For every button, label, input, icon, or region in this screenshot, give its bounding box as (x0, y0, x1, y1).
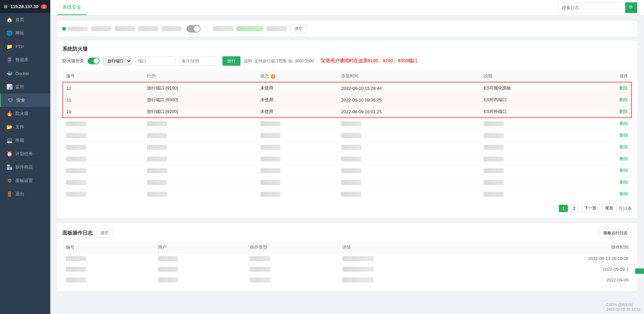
tab-system-security[interactable]: 系统安全 (57, 0, 87, 15)
delete-button[interactable]: 删除 (620, 144, 628, 150)
cell-time: 2022-08-10 15:28:44 (338, 82, 480, 94)
remark-input[interactable] (179, 56, 219, 66)
sidebar-item-ftp[interactable]: 📁 FTP (0, 40, 50, 53)
log-cell-time: 2022-09-13 09:10:08 (470, 253, 632, 264)
delete-button[interactable]: 删除 (619, 85, 628, 91)
firewall-controls: 防火墙开关 放行端口 放行IP 放行 说明: 支持放行端口范围, 如: 3000… (62, 56, 632, 66)
filter-text-6 (213, 26, 233, 31)
log-col-detail: 详情 (339, 242, 470, 253)
info-icon: ? (271, 74, 275, 79)
toggle-label: 防火墙开关 (62, 58, 84, 64)
col-action: 行为 (144, 70, 257, 82)
allow-button[interactable]: 放行 (222, 56, 240, 66)
col-remark: 说明 (480, 70, 584, 82)
sidebar-item-terminal[interactable]: 💻 终端 (0, 134, 50, 147)
log-clear-button[interactable]: 清空 (96, 229, 113, 238)
delete-button[interactable]: 删除 (619, 109, 628, 115)
log-cell-detail (339, 264, 470, 275)
firewall-section: 系统防火墙 防火墙开关 放行端口 放行IP 放行 说明: 支持放行端口范围, 如… (57, 41, 637, 218)
cell-remark (480, 165, 584, 177)
main-content: 系统安全 🔍 (50, 0, 644, 314)
log-col-time: 操作时间 (470, 242, 632, 253)
sidebar-item-website[interactable]: 🌐 网站 (0, 26, 50, 40)
col-id: 编号 (63, 70, 144, 82)
cell-action (144, 188, 257, 200)
cell-remark (480, 188, 584, 200)
sidebar-item-firewall[interactable]: 🔥 防火墙 (0, 107, 50, 120)
port-input[interactable] (135, 56, 175, 66)
cell-op: 删除 (584, 141, 632, 153)
delete-button[interactable]: 删除 (619, 97, 628, 103)
sidebar-item-panel-settings[interactable]: ⚙ 面板设置 (0, 174, 50, 187)
next-page-button[interactable]: 下一页 (581, 204, 600, 212)
cell-id (63, 165, 144, 177)
sidebar-item-monitor[interactable]: 📊 监控 (0, 80, 50, 93)
cell-time (338, 118, 480, 130)
delete-button[interactable]: 删除 (620, 168, 628, 174)
delete-button[interactable]: 删除 (620, 132, 628, 138)
cell-status: 未使用 (257, 94, 338, 106)
search-button[interactable]: 🔍 (625, 2, 637, 13)
log-run-button[interactable]: 面板运行日志 (599, 229, 632, 238)
page-1-button[interactable]: 1 (559, 205, 568, 212)
col-time: 添加时间 (338, 70, 480, 82)
cell-id (63, 130, 144, 141)
sidebar-item-store[interactable]: 🏪 软件商店 (0, 161, 50, 174)
cell-time (338, 188, 480, 200)
notification-badge: 0 (41, 4, 47, 9)
cell-remark (480, 177, 584, 188)
cell-time (338, 130, 480, 141)
cell-id: 12 (63, 82, 144, 94)
firewall-icon: 🔥 (6, 111, 13, 117)
log-cell-id (62, 275, 155, 286)
topbar: 系统安全 🔍 (50, 0, 644, 15)
delete-button[interactable]: 删除 (620, 191, 628, 197)
sidebar-item-label: 文件 (15, 124, 24, 130)
table-row: 删除 (63, 177, 632, 188)
firewall-section-title: 系统防火墙 (62, 46, 632, 52)
cell-status: 未使用 (257, 106, 338, 118)
port-type-select[interactable]: 放行端口 放行IP (103, 56, 132, 66)
delete-button[interactable]: 删除 (620, 121, 628, 127)
sidebar-item-cron[interactable]: ⏰ 计划任务 (0, 147, 50, 161)
online-service-button[interactable]: 在线客服 (635, 268, 644, 274)
monitor-icon: 📊 (6, 84, 13, 90)
firewall-toggle[interactable] (88, 58, 100, 64)
cron-icon: ⏰ (6, 151, 13, 157)
table-row: 删除 (63, 153, 632, 165)
sidebar-item-home[interactable]: 🏠 首页 (0, 13, 50, 26)
log-table: 编号 用户 操作类型 详情 操作时间 (62, 242, 632, 286)
log-row: 2022-09-13 09:10:08 (62, 253, 632, 264)
filter-text-7 (236, 26, 263, 31)
sidebar-item-logout[interactable]: 🚪 退出 (0, 187, 50, 201)
cell-action (144, 153, 257, 165)
cell-remark: ES对内端口 (480, 94, 584, 106)
delete-button[interactable]: 删除 (620, 179, 628, 185)
cell-id (63, 188, 144, 200)
log-row: 2022-09-09 1 (62, 264, 632, 275)
cell-op: 删除 (584, 94, 632, 106)
delete-button[interactable]: 删除 (620, 156, 628, 162)
sidebar-item-docker[interactable]: 🐳 Docker (0, 67, 50, 80)
clear-button[interactable]: 清空 (290, 24, 307, 33)
search-input[interactable] (558, 2, 625, 13)
table-row: 10 放行端口:[9200] 未使用 2022-08-09 16:01:25 E… (63, 106, 632, 118)
cell-op: 删除 (584, 188, 632, 200)
page-2-button[interactable]: 2 (570, 205, 579, 212)
sidebar-item-security[interactable]: 🛡 安全 (0, 93, 50, 107)
cell-time (338, 153, 480, 165)
last-page-button[interactable]: 尾页 (602, 204, 616, 212)
col-status: 状态 ? (257, 70, 338, 82)
sidebar-item-database[interactable]: 🗄 数据库 (0, 53, 50, 67)
sidebar-item-files[interactable]: 📂 文件 (0, 120, 50, 134)
log-cell-type (247, 253, 339, 264)
firewall-table: 编号 行为 状态 ? 添加时间 说明 操作 12 放行端口:[9100] 未使用 (62, 70, 632, 200)
table-row: 删除 (63, 141, 632, 153)
cell-action: 放行端口:[9200] (144, 106, 257, 118)
page-total: 共11条 (619, 205, 632, 211)
cell-id (63, 153, 144, 165)
log-cell-user (155, 275, 247, 286)
cell-op: 删除 (584, 165, 632, 177)
log-cell-user (155, 253, 247, 264)
cell-remark: ES对外端口 (480, 106, 584, 118)
